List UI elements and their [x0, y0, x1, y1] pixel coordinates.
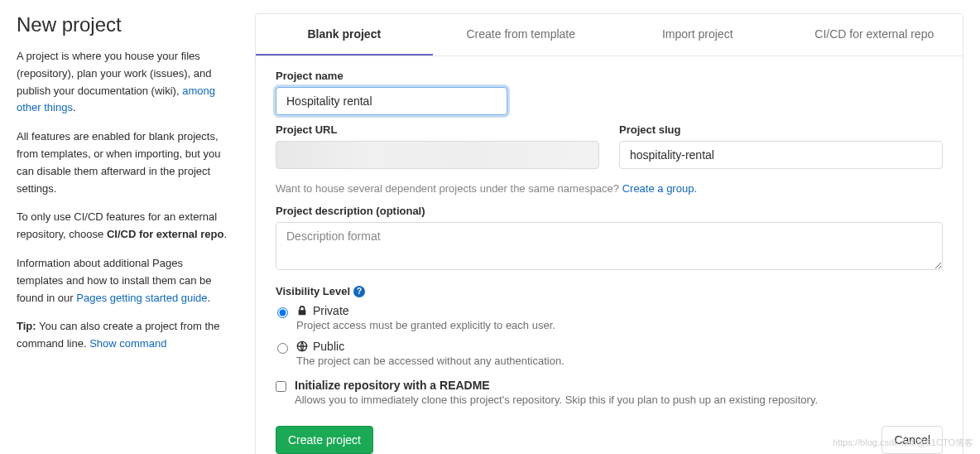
create-project-button[interactable]: Create project [276, 426, 373, 454]
sidebar-description-4: Information about additional Pages templ… [17, 255, 232, 307]
new-project-form: Project name Project URL Project slug Wa… [256, 56, 963, 454]
project-url-input[interactable] [276, 141, 599, 169]
create-group-link[interactable]: Create a group. [622, 182, 697, 195]
project-description-label: Project description (optional) [276, 205, 943, 217]
project-name-input[interactable] [276, 87, 507, 115]
initialize-readme-option[interactable]: Initialize repository with a README Allo… [276, 379, 943, 406]
project-slug-label: Project slug [619, 123, 943, 136]
group-help-text: Want to house several dependent projects… [276, 182, 943, 195]
visibility-help-icon[interactable]: ? [353, 286, 365, 297]
initialize-readme-checkbox[interactable] [276, 381, 286, 392]
sidebar-tip: Tip: You can also create a project from … [17, 318, 232, 353]
visibility-public-radio[interactable] [277, 343, 288, 354]
sidebar-description-2: All features are enabled for blank proje… [17, 128, 232, 197]
visibility-public-option[interactable]: Public The project can be accessed witho… [276, 340, 943, 367]
show-command-link[interactable]: Show command [89, 337, 166, 350]
visibility-level-label: Visibility Level ? [276, 285, 365, 297]
sidebar-description-3: To only use CI/CD features for an extern… [17, 209, 232, 244]
page-title: New project [17, 13, 232, 36]
main-panel: Blank project Create from template Impor… [255, 13, 963, 454]
pages-guide-link[interactable]: Pages getting started guide [76, 292, 207, 304]
project-slug-input[interactable] [619, 141, 943, 169]
watermark-text: https://blog.csdn.net/@51CTO博客 [833, 437, 973, 449]
project-url-label: Project URL [276, 123, 599, 136]
tab-import-project[interactable]: Import project [609, 14, 786, 56]
project-name-label: Project name [276, 70, 943, 82]
sidebar: New project A project is where you house… [17, 13, 232, 454]
visibility-private-option[interactable]: Private Project access must be granted e… [276, 304, 943, 331]
project-description-input[interactable] [276, 222, 943, 270]
lock-icon [296, 305, 308, 316]
tab-cicd-external[interactable]: CI/CD for external repo [786, 14, 963, 56]
visibility-private-radio[interactable] [277, 307, 288, 318]
sidebar-description-1: A project is where you house your files … [17, 48, 232, 117]
globe-icon [296, 340, 308, 352]
tab-blank-project[interactable]: Blank project [256, 14, 433, 56]
tabs: Blank project Create from template Impor… [256, 14, 963, 56]
tab-create-from-template[interactable]: Create from template [433, 14, 610, 56]
